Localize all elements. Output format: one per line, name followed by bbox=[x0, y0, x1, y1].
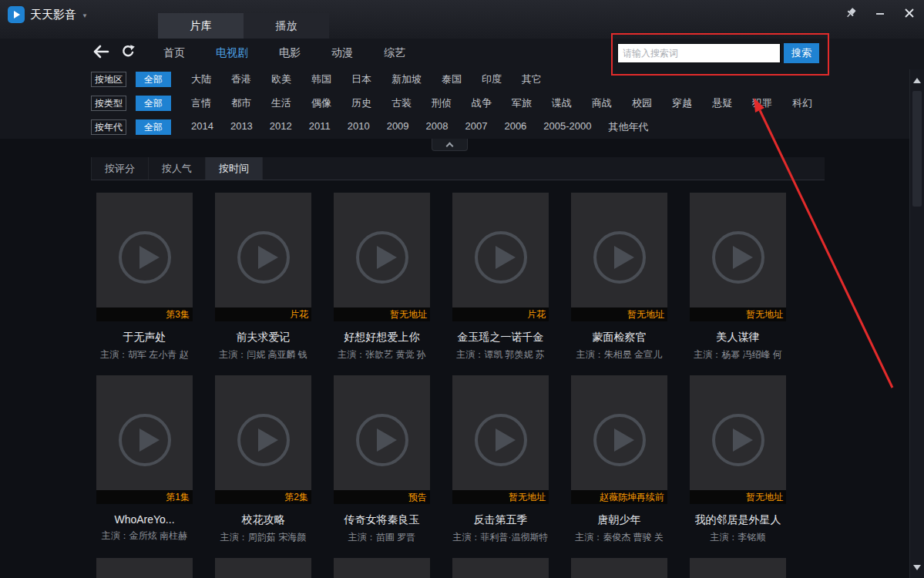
filter-option[interactable]: 穿越 bbox=[672, 96, 692, 110]
filter-option[interactable]: 生活 bbox=[271, 96, 291, 110]
filter-option[interactable]: 2014 bbox=[191, 120, 213, 134]
movie-card[interactable]: 预告传奇女将秦良玉主演：苗圃 罗晋 bbox=[334, 375, 430, 547]
filter-option[interactable]: 校园 bbox=[632, 96, 652, 110]
nav-link[interactable]: 综艺 bbox=[384, 46, 405, 60]
filter-option[interactable]: 2011 bbox=[309, 120, 331, 134]
movie-thumbnail[interactable]: 暂无地址 bbox=[334, 193, 430, 321]
movie-thumbnail[interactable] bbox=[96, 558, 193, 578]
filter-option[interactable]: 2012 bbox=[270, 120, 292, 134]
movie-thumbnail[interactable]: 暂无地址 bbox=[690, 375, 786, 504]
movie-thumbnail[interactable]: 第1集 bbox=[96, 375, 193, 504]
movie-thumbnail[interactable]: 片花 bbox=[215, 193, 311, 321]
titlebar-tab[interactable]: 片库 bbox=[158, 13, 244, 39]
filter-option[interactable]: 香港 bbox=[231, 72, 251, 86]
movie-thumbnail[interactable]: 暂无地址 bbox=[690, 193, 786, 321]
movie-card[interactable]: 片花前夫求爱记主演：闫妮 高亚麟 钱 bbox=[215, 193, 311, 365]
nav-link[interactable]: 电视剧 bbox=[216, 46, 248, 60]
movie-thumbnail[interactable] bbox=[334, 558, 430, 578]
movie-card[interactable]: 暂无地址我的邻居是外星人主演：李铭顺 bbox=[690, 375, 786, 547]
app-menu[interactable]: 天天影音 ▼ bbox=[8, 5, 88, 24]
movie-card[interactable]: 第3集于无声处主演：胡军 左小青 赵 bbox=[96, 193, 193, 365]
minimize-button[interactable] bbox=[873, 6, 887, 20]
movie-thumbnail[interactable] bbox=[452, 558, 549, 578]
movie-thumbnail[interactable]: 第3集 bbox=[96, 193, 193, 321]
movie-card[interactable]: 暂无地址美人谋律主演：杨幂 冯绍峰 何 bbox=[690, 193, 786, 365]
nav-link[interactable]: 首页 bbox=[163, 46, 185, 60]
refresh-button[interactable] bbox=[120, 44, 136, 59]
filter-option[interactable]: 2013 bbox=[230, 120, 253, 134]
filter-option[interactable]: 偶像 bbox=[311, 96, 331, 110]
movie-thumbnail[interactable]: 预告 bbox=[334, 375, 430, 504]
filter-option[interactable]: 泰国 bbox=[442, 72, 462, 86]
filter-option[interactable]: 战争 bbox=[472, 96, 492, 110]
filter-option[interactable]: 商战 bbox=[592, 96, 612, 110]
titlebar-tab[interactable]: 播放 bbox=[244, 13, 329, 39]
search-input[interactable] bbox=[617, 43, 781, 63]
movie-card[interactable]: 暂无地址蒙面检察官主演：朱相昱 金宣儿 bbox=[571, 193, 667, 365]
filter-option[interactable]: 印度 bbox=[482, 72, 502, 86]
movie-thumbnail[interactable] bbox=[690, 558, 786, 578]
filter-option[interactable]: 言情 bbox=[191, 96, 211, 110]
filter-option[interactable]: 韩国 bbox=[311, 72, 331, 86]
scroll-up-button[interactable] bbox=[910, 72, 924, 89]
movie-card-partial[interactable] bbox=[690, 558, 786, 578]
filter-option[interactable]: 2009 bbox=[387, 120, 409, 134]
movie-card-partial[interactable] bbox=[334, 558, 430, 578]
filter-option[interactable]: 大陆 bbox=[191, 72, 211, 86]
filter-option[interactable]: 2007 bbox=[465, 120, 488, 134]
movie-card[interactable]: 暂无地址反击第五季主演：菲利普·温彻斯特 bbox=[452, 375, 549, 547]
search-button[interactable]: 搜索 bbox=[784, 43, 819, 63]
filter-all-button[interactable]: 全部 bbox=[136, 119, 171, 135]
filter-option[interactable]: 日本 bbox=[351, 72, 371, 86]
filter-option[interactable]: 古装 bbox=[391, 96, 412, 110]
filter-all-button[interactable]: 全部 bbox=[136, 72, 171, 87]
sort-tab[interactable]: 按时间 bbox=[206, 157, 263, 180]
nav-link[interactable]: 动漫 bbox=[331, 46, 353, 60]
collapse-filters-button[interactable] bbox=[432, 139, 468, 151]
pin-button[interactable] bbox=[844, 6, 858, 20]
movie-card[interactable]: 暂无地址好想好想爱上你主演：张歆艺 黄觉 孙 bbox=[334, 193, 430, 365]
filter-option[interactable]: 谍战 bbox=[552, 96, 572, 110]
filter-option[interactable]: 悬疑 bbox=[712, 96, 732, 110]
filter-option[interactable]: 科幻 bbox=[792, 96, 812, 110]
movie-thumbnail[interactable]: 片花 bbox=[452, 193, 549, 321]
sort-tab[interactable]: 按评分 bbox=[91, 157, 149, 180]
sort-tab[interactable]: 按人气 bbox=[149, 157, 206, 180]
movie-thumbnail[interactable]: 赵薇陈坤再续前 bbox=[571, 375, 667, 504]
movie-thumbnail[interactable]: 第2集 bbox=[215, 375, 311, 504]
movie-card[interactable]: 片花金玉瑶之一诺千金主演：谭凯 郭羡妮 苏 bbox=[452, 193, 549, 365]
movie-card[interactable]: 第1集WhoAreYo...主演：金所炫 南柱赫 bbox=[96, 375, 193, 547]
filter-option[interactable]: 2005-2000 bbox=[543, 120, 591, 134]
movie-title: WhoAreYo... bbox=[96, 513, 193, 526]
movie-thumbnail[interactable]: 暂无地址 bbox=[571, 193, 667, 321]
filter-option[interactable]: 新加坡 bbox=[391, 72, 422, 86]
filter-option[interactable]: 2006 bbox=[504, 120, 526, 134]
movie-card[interactable]: 第2集校花攻略主演：周韵茹 宋海颜 bbox=[215, 375, 311, 547]
scrollbar-thumb[interactable] bbox=[912, 91, 922, 207]
filter-option[interactable]: 刑侦 bbox=[432, 96, 452, 110]
movie-card-partial[interactable] bbox=[96, 558, 193, 578]
movie-thumbnail[interactable]: 暂无地址 bbox=[452, 375, 549, 504]
movie-card[interactable]: 赵薇陈坤再续前唐朝少年主演：秦俊杰 曹骏 关 bbox=[571, 375, 667, 547]
filter-all-button[interactable]: 全部 bbox=[136, 96, 171, 111]
close-button[interactable] bbox=[902, 6, 916, 20]
nav-link[interactable]: 电影 bbox=[279, 46, 301, 60]
filter-option[interactable]: 都市 bbox=[231, 96, 251, 110]
movie-cast: 主演：菲利普·温彻斯特 bbox=[452, 531, 549, 544]
filter-option[interactable]: 其它 bbox=[522, 72, 542, 86]
movie-card-partial[interactable] bbox=[452, 558, 549, 578]
movie-card-partial[interactable] bbox=[571, 558, 667, 578]
movie-thumbnail[interactable] bbox=[215, 558, 311, 578]
movie-thumbnail[interactable] bbox=[571, 558, 667, 578]
filter-option[interactable]: 2010 bbox=[348, 120, 370, 134]
movie-card-partial[interactable] bbox=[215, 558, 311, 578]
filter-option[interactable]: 2008 bbox=[426, 120, 449, 134]
filter-option[interactable]: 历史 bbox=[351, 96, 371, 110]
filter-option[interactable]: 其他年代 bbox=[609, 120, 649, 134]
scrollbar[interactable] bbox=[909, 69, 924, 578]
filter-option[interactable]: 欧美 bbox=[271, 72, 291, 86]
back-button[interactable] bbox=[92, 45, 109, 59]
filter-option[interactable]: 犯罪 bbox=[752, 96, 772, 110]
filter-option[interactable]: 军旅 bbox=[512, 96, 532, 110]
scroll-down-button[interactable] bbox=[910, 559, 924, 576]
